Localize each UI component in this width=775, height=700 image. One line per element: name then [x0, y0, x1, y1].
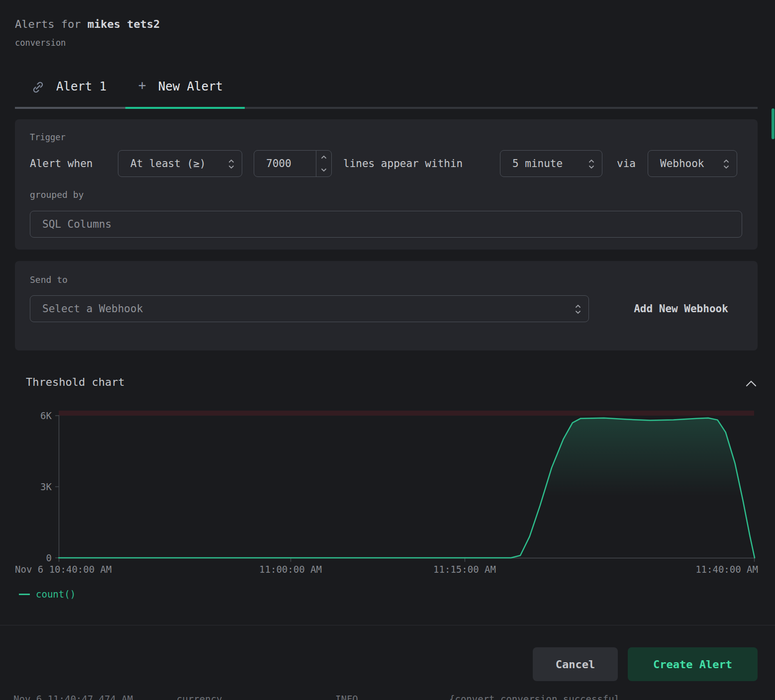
- log-body: {convert conversion successful: [449, 694, 620, 700]
- plus-icon: +: [138, 78, 146, 92]
- channel-select[interactable]: Webhook: [648, 150, 737, 177]
- send-to-label: Send to: [30, 274, 68, 285]
- x-tick-1115: 11:15:00 AM: [433, 564, 496, 575]
- tab-underline: [15, 107, 758, 109]
- scrollbar-thumb[interactable]: [772, 108, 775, 139]
- x-tick-end: 11:40:00 AM: [695, 564, 758, 575]
- trigger-section: Trigger Alert when At least (≥) 7000 lin…: [15, 119, 758, 250]
- link-icon: [31, 81, 45, 94]
- webhook-placeholder: Select a Webhook: [42, 296, 143, 322]
- chart-canvas: [0, 407, 775, 578]
- page-title: Alerts for mikes tets2: [15, 18, 160, 30]
- chevron-updown-icon: [588, 158, 595, 171]
- spinner-up-button[interactable]: [316, 151, 331, 164]
- alert-modal: Alerts for mikes tets2 conversion Alert …: [0, 0, 775, 700]
- threshold-chart-title: Threshold chart: [26, 376, 125, 388]
- footer-divider: [0, 625, 775, 625]
- chevron-updown-icon: [723, 158, 730, 171]
- cancel-button[interactable]: Cancel: [533, 647, 618, 681]
- channel-value: Webhook: [660, 151, 704, 176]
- condition-value: At least (≥): [130, 151, 206, 176]
- group-by-input[interactable]: SQL Columns: [30, 211, 742, 238]
- threshold-input[interactable]: 7000: [254, 150, 332, 177]
- tab-underline-active: [125, 107, 245, 109]
- threshold-value: 7000: [266, 151, 291, 176]
- threshold-chart: 6K 3K 0 Nov 6 10:40:00 AM 11:00:00 AM 11…: [0, 407, 775, 578]
- tab-alert-1[interactable]: Alert 1: [56, 80, 106, 93]
- x-tick-1100: 11:00:00 AM: [259, 564, 322, 575]
- legend-line-swatch: [19, 594, 30, 595]
- x-tick-start: Nov 6 10:40:00 AM: [15, 564, 111, 575]
- group-by-placeholder: SQL Columns: [42, 211, 111, 237]
- time-window-select[interactable]: 5 minute: [500, 150, 602, 177]
- y-tick-0: 0: [29, 552, 52, 563]
- send-to-section: Send to Select a Webhook Add New Webhook: [15, 261, 758, 350]
- y-tick-6k: 6K: [29, 410, 52, 421]
- add-new-webhook-button[interactable]: Add New Webhook: [604, 295, 758, 322]
- chevron-updown-icon: [575, 303, 581, 316]
- y-tick-3k: 3K: [29, 481, 52, 492]
- tab-underline-alert1: [15, 107, 125, 109]
- background-log-row: Nov 6 11:40:47.474 AM currency INFO {con…: [0, 694, 775, 700]
- chart-legend: count(): [19, 588, 76, 600]
- page-title-name: mikes tets2: [88, 18, 160, 30]
- collapse-chevron-icon[interactable]: [744, 379, 758, 389]
- log-timestamp: Nov 6 11:40:47.474 AM: [13, 694, 133, 700]
- page-title-prefix: Alerts for: [15, 18, 88, 30]
- threshold-zone-band: [59, 411, 754, 416]
- lines-appear-label: lines appear within: [343, 150, 463, 177]
- time-window-value: 5 minute: [512, 151, 563, 176]
- log-level: INFO: [335, 694, 358, 700]
- alert-when-label: Alert when: [30, 150, 93, 177]
- log-service: currency: [177, 694, 222, 700]
- tab-new-alert[interactable]: New Alert: [158, 80, 223, 93]
- grouped-by-label: grouped by: [30, 189, 84, 200]
- page-subtitle: conversion: [15, 38, 66, 48]
- trigger-label: Trigger: [30, 132, 66, 142]
- via-label: via: [617, 150, 636, 177]
- condition-select[interactable]: At least (≥): [118, 150, 242, 177]
- legend-series-label[interactable]: count(): [36, 589, 76, 600]
- series-area-fill: [59, 418, 755, 558]
- chevron-updown-icon: [228, 158, 235, 171]
- spinner-down-button[interactable]: [316, 164, 331, 176]
- webhook-select[interactable]: Select a Webhook: [30, 295, 589, 322]
- number-spinner: [316, 151, 331, 176]
- create-alert-button[interactable]: Create Alert: [628, 647, 758, 681]
